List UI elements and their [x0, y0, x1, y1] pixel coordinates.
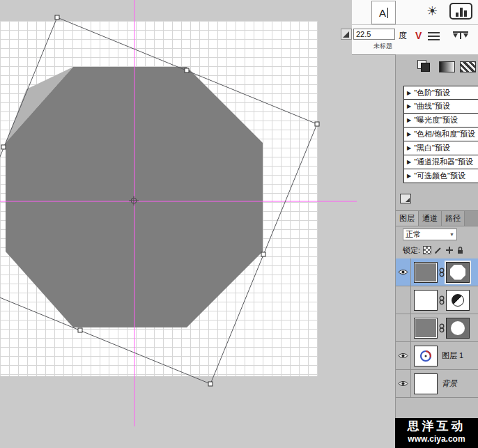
layer-thumbnail[interactable]: [414, 318, 438, 339]
document-title-label: 未标题: [373, 42, 392, 51]
layer-row-hidden-white[interactable]: [396, 286, 478, 314]
artwork-thumbnail-icon: [418, 348, 433, 364]
watermark-title: 思洋互动: [395, 419, 478, 433]
blend-mode-value: 正常: [406, 229, 421, 240]
levels-adjustment-icon[interactable]: [417, 60, 430, 72]
gradient-adjustment-icon[interactable]: [439, 61, 455, 72]
layer-thumbnail[interactable]: [414, 262, 438, 283]
layer-row-shape-top[interactable]: [396, 258, 478, 286]
preset-label: "曲线"预设: [414, 101, 450, 111]
chevron-down-icon: ▼: [449, 232, 454, 237]
visibility-toggle[interactable]: [396, 314, 411, 341]
tab-paths[interactable]: 路径: [442, 211, 465, 226]
expand-arrow-icon: ▶: [407, 173, 411, 179]
scales-icon[interactable]: [452, 29, 470, 40]
list-menu-icon[interactable]: [428, 32, 440, 40]
transform-handle[interactable]: [261, 252, 265, 256]
layer-row-background[interactable]: 背景: [396, 370, 478, 398]
expand-arrow-icon: ▶: [407, 90, 411, 96]
eye-icon: [398, 268, 408, 276]
tab-layers[interactable]: 图层: [396, 211, 419, 226]
lock-label: 锁定:: [403, 245, 420, 256]
degree-unit-label: 度: [399, 30, 407, 42]
options-bar-divider: [352, 24, 478, 25]
transform-handle[interactable]: [185, 68, 189, 72]
preset-item-curves[interactable]: ▶ "曲线"预设: [403, 100, 478, 114]
circle-mask-thumbnail[interactable]: [446, 318, 470, 339]
transform-handle[interactable]: [78, 328, 82, 332]
visibility-toggle[interactable]: [396, 370, 411, 397]
preset-item-exposure[interactable]: ▶ "曝光度"预设: [403, 114, 478, 128]
transform-handle[interactable]: [208, 382, 213, 386]
lock-all-icon[interactable]: [456, 246, 464, 254]
pattern-adjustment-icon[interactable]: [460, 61, 476, 72]
layer-row-hidden-gray[interactable]: [396, 314, 478, 342]
preset-label: "曝光度"预设: [414, 115, 458, 125]
transform-handle[interactable]: [55, 15, 59, 20]
blend-mode-select[interactable]: 正常 ▼: [403, 229, 457, 240]
transform-handle[interactable]: [1, 145, 6, 149]
char-a-label: A: [379, 7, 386, 19]
layer-thumbnail[interactable]: [414, 346, 438, 366]
tab-channels[interactable]: 通道: [419, 211, 442, 226]
layer-name: 背景: [442, 378, 457, 389]
circle-mask-shape: [451, 321, 465, 335]
half-circle-adjustment-icon: [452, 294, 464, 307]
preset-item-channel-mixer[interactable]: ▶ "通道混和器"预设: [403, 155, 478, 169]
lock-transparency-icon[interactable]: [423, 246, 431, 254]
visibility-toggle[interactable]: [396, 286, 411, 314]
preset-label: "可选颜色"预设: [414, 171, 465, 181]
visibility-toggle[interactable]: [396, 258, 411, 286]
preset-item-levels[interactable]: ▶ "色阶"预设: [403, 86, 478, 100]
eye-icon: [398, 352, 408, 360]
layers-list: 图层 1 背景: [396, 258, 478, 398]
lock-position-icon[interactable]: [445, 246, 454, 254]
canvas-overlay: [0, 0, 357, 448]
photoshop-window: A ☀ 度 未标题 V ▶ "色阶"预设 ▶ ": [0, 0, 478, 448]
layer-thumbnail[interactable]: [414, 290, 438, 311]
text-caret: [387, 8, 388, 18]
red-v-icon[interactable]: V: [415, 30, 422, 41]
preset-label: "色相/饱和度"预设: [414, 129, 475, 139]
mask-link-icon[interactable]: [438, 323, 446, 333]
eye-icon: [398, 380, 408, 387]
panel-view-toggle-icon[interactable]: [400, 194, 411, 203]
watermark-url: www.ciya.com: [395, 433, 478, 445]
character-field[interactable]: A: [371, 1, 396, 24]
transform-handle[interactable]: [315, 122, 319, 126]
octagon-mask-shape: [450, 265, 465, 280]
layer-row-layer1[interactable]: 图层 1: [396, 342, 478, 370]
preset-item-selective-color[interactable]: ▶ "可选颜色"预设: [403, 169, 478, 183]
brightness-icon[interactable]: ☀: [426, 3, 438, 19]
expand-arrow-icon: ▶: [407, 159, 411, 165]
panel-tabbar: 图层 通道 路径: [396, 210, 478, 226]
visibility-toggle[interactable]: [396, 342, 411, 369]
preset-label: "色阶"预设: [414, 88, 450, 98]
rotate-angle-icon: [341, 29, 352, 40]
expand-arrow-icon: ▶: [407, 131, 411, 137]
rotation-angle-input[interactable]: [353, 29, 395, 40]
panel-dock: ▶ "色阶"预设 ▶ "曲线"预设 ▶ "曝光度"预设 ▶ "色相/饱和度"预设…: [395, 54, 478, 418]
adjustment-thumbnail[interactable]: [446, 290, 470, 311]
preset-item-black-white[interactable]: ▶ "黑白"预设: [403, 141, 478, 155]
adjustment-presets-list: ▶ "色阶"预设 ▶ "曲线"预设 ▶ "曝光度"预设 ▶ "色相/饱和度"预设…: [403, 86, 478, 183]
lock-pixels-brush-icon[interactable]: [434, 246, 442, 254]
mask-link-icon[interactable]: [438, 268, 446, 277]
preset-label: "黑白"预设: [414, 143, 450, 153]
layer-thumbnail[interactable]: [414, 373, 438, 394]
expand-arrow-icon: ▶: [407, 103, 411, 109]
histogram-icon[interactable]: [449, 3, 472, 20]
watermark: 思洋互动 www.ciya.com: [395, 418, 478, 448]
layer-name: 图层 1: [442, 350, 463, 361]
preset-item-hue-saturation[interactable]: ▶ "色相/饱和度"预设: [403, 128, 478, 141]
octagon-mask-thumbnail[interactable]: [446, 262, 470, 283]
mask-link-icon[interactable]: [438, 295, 446, 305]
expand-arrow-icon: ▶: [407, 145, 411, 151]
lock-row: 锁定:: [403, 245, 464, 255]
expand-arrow-icon: ▶: [407, 117, 411, 123]
preset-label: "通道混和器"预设: [414, 157, 473, 167]
